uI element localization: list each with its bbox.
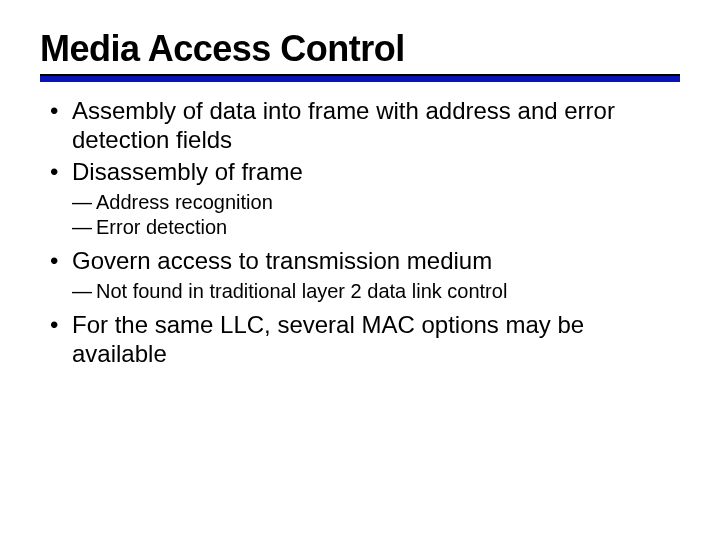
bullet-text: Disassembly of frame — [72, 158, 303, 185]
bullet-text: For the same LLC, several MAC options ma… — [72, 311, 584, 367]
slide-content: Assembly of data into frame with address… — [40, 96, 680, 369]
bullet-item: Assembly of data into frame with address… — [44, 96, 680, 155]
sub-bullet-text: Error detection — [96, 216, 227, 238]
sub-bullet-list: Address recognition Error detection — [72, 190, 680, 240]
bullet-item: Govern access to transmission medium Not… — [44, 246, 680, 304]
title-rule-thick — [40, 76, 680, 82]
bullet-text: Assembly of data into frame with address… — [72, 97, 615, 153]
bullet-item: For the same LLC, several MAC options ma… — [44, 310, 680, 369]
bullet-text: Govern access to transmission medium — [72, 247, 492, 274]
sub-bullet-item: Error detection — [72, 215, 680, 240]
slide: Media Access Control Assembly of data in… — [0, 0, 720, 540]
sub-bullet-text: Not found in traditional layer 2 data li… — [96, 280, 507, 302]
bullet-item: Disassembly of frame Address recognition… — [44, 157, 680, 240]
sub-bullet-item: Not found in traditional layer 2 data li… — [72, 279, 680, 304]
sub-bullet-list: Not found in traditional layer 2 data li… — [72, 279, 680, 304]
sub-bullet-text: Address recognition — [96, 191, 273, 213]
bullet-list: Assembly of data into frame with address… — [44, 96, 680, 369]
slide-title: Media Access Control — [40, 28, 680, 70]
sub-bullet-item: Address recognition — [72, 190, 680, 215]
